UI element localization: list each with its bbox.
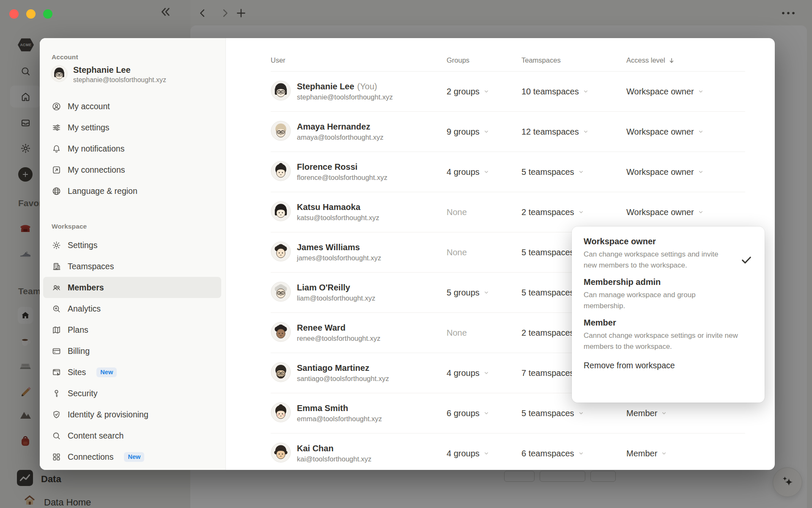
settings-nav-item-content-search[interactable]: Content search [43, 425, 221, 446]
column-header-groups[interactable]: Groups [447, 56, 521, 64]
member-name: Kai Chan [297, 444, 334, 453]
access-option-membership-admin[interactable]: Membership adminCan manage workspace and… [584, 277, 753, 312]
account-user[interactable]: Stephanie Lee stephanie@toolsforthought.… [51, 65, 217, 84]
settings-nav-item-label: Plans [68, 325, 88, 335]
member-row: Florence Rossiflorence@toolsforthought.x… [271, 152, 745, 192]
access-option-description: Cannot change workspace settings or invi… [584, 330, 753, 352]
member-user-cell[interactable]: Renee Wardrenee@toolsforthought.xyz [271, 322, 447, 344]
member-access-level-select[interactable]: Member [626, 449, 745, 458]
member-email: renee@toolsforthought.xyz [297, 334, 380, 342]
settings-nav-item-label: Connections [68, 452, 113, 462]
member-groups-select[interactable]: 9 groups [447, 127, 521, 137]
member-user-cell[interactable]: Katsu Hamaokakatsu@toolsforthought.xyz [271, 201, 447, 223]
map-icon [52, 325, 61, 335]
settings-nav-item-label: Security [68, 389, 97, 398]
member-user-cell[interactable]: Stephanie Lee(You)stephanie@toolsforthou… [271, 80, 447, 102]
member-groups-select[interactable]: 4 groups [447, 167, 521, 177]
member-email: kai@toolsforthought.xyz [297, 455, 371, 463]
access-option-label: Workspace owner [584, 237, 753, 246]
settings-nav-item-my-account[interactable]: My account [43, 96, 221, 117]
settings-nav-item-settings[interactable]: Settings [43, 235, 221, 256]
avatar [271, 80, 291, 102]
settings-nav-item-connections[interactable]: ConnectionsNew [43, 446, 221, 467]
settings-nav-item-billing[interactable]: Billing [43, 340, 221, 362]
member-name: Liam O'Reilly [297, 283, 350, 292]
member-access-level-select[interactable]: Workspace owner [626, 167, 745, 177]
key-icon [52, 389, 61, 398]
member-user-cell[interactable]: Emma Smithemma@toolsforthought.xyz [271, 402, 447, 424]
column-header-access-level[interactable]: Access level [626, 56, 745, 64]
member-user-cell[interactable]: Liam O'Reillyliam@toolsforthought.xyz [271, 282, 447, 304]
member-teamspaces-select[interactable]: 10 teamspaces [521, 87, 626, 97]
member-groups-select[interactable]: 2 groups [447, 87, 521, 97]
settings-nav-item-label: Analytics [68, 304, 101, 314]
settings-nav-item-teamspaces[interactable]: Teamspaces [43, 256, 221, 277]
sliders-icon [52, 123, 61, 133]
settings-nav-item-identity-provisioning[interactable]: Identity & provisioning [43, 404, 221, 425]
member-user-cell[interactable]: Kai Chankai@toolsforthought.xyz [271, 442, 447, 464]
settings-nav-panel: Account Stephanie Lee stephanie@toolsfor… [40, 38, 226, 470]
settings-nav-item-label: Settings [68, 240, 97, 250]
column-header-teamspaces[interactable]: Teamspaces [521, 56, 626, 64]
member-access-level-select[interactable]: Workspace owner [626, 127, 745, 137]
settings-nav-item-my-connections[interactable]: My connections [43, 159, 221, 180]
member-user-cell[interactable]: Santiago Martinezsantiago@toolsforthough… [271, 362, 447, 384]
account-user-name: Stephanie Lee [73, 65, 166, 75]
member-user-cell[interactable]: Amaya Hernandezamaya@toolsforthought.xyz [271, 121, 447, 143]
settings-nav-item-security[interactable]: Security [43, 383, 221, 404]
member-access-level-select[interactable]: Workspace owner [626, 207, 745, 217]
settings-nav-item-my-notifications[interactable]: My notifications [43, 138, 221, 159]
member-groups-select: None [447, 328, 521, 338]
member-user-cell[interactable]: Florence Rossiflorence@toolsforthought.x… [271, 161, 447, 183]
member-name: James Williams [297, 243, 360, 252]
member-name: Emma Smith [297, 403, 348, 413]
member-groups-select[interactable]: 4 groups [447, 368, 521, 378]
column-header-user[interactable]: User [271, 56, 447, 64]
member-access-level-select[interactable]: Workspace owner [626, 87, 745, 97]
member-groups-select[interactable]: 5 groups [447, 288, 521, 298]
member-email: santiago@toolsforthought.xyz [297, 375, 389, 383]
new-badge: New [124, 452, 144, 462]
access-option-description: Can manage workspace and group membershi… [584, 290, 730, 312]
member-name: Stephanie Lee [297, 82, 354, 91]
member-email: emma@toolsforthought.xyz [297, 415, 382, 423]
bell-icon [52, 144, 61, 154]
member-teamspaces-select[interactable]: 5 teamspaces [521, 167, 626, 177]
account-section-heading: Account [52, 53, 225, 61]
selected-check-icon [740, 254, 753, 268]
settings-nav-item-my-settings[interactable]: My settings [43, 117, 221, 138]
member-groups-select[interactable]: 6 groups [447, 409, 521, 418]
member-you-suffix: (You) [357, 82, 377, 91]
zoom-window-button[interactable] [43, 9, 52, 19]
arrow-square-icon [52, 165, 61, 175]
member-groups-select: None [447, 248, 521, 257]
member-access-level-select[interactable]: Member [626, 409, 745, 418]
people-icon [52, 283, 61, 293]
member-teamspaces-select[interactable]: 5 teamspaces [521, 409, 626, 418]
member-groups-select: None [447, 207, 521, 217]
grid-icon [52, 452, 61, 462]
member-name: Katsu Hamaoka [297, 202, 360, 212]
members-table-header: User Groups Teamspaces Access level [271, 38, 745, 72]
minimize-window-button[interactable] [26, 9, 36, 19]
shield-check-icon [52, 410, 61, 420]
member-teamspaces-select[interactable]: 12 teamspaces [521, 127, 626, 137]
settings-nav-item-members[interactable]: Members [43, 277, 221, 298]
remove-from-workspace-option[interactable]: Remove from workspace [584, 361, 753, 370]
settings-nav-item-analytics[interactable]: Analytics [43, 298, 221, 319]
settings-nav-item-plans[interactable]: Plans [43, 319, 221, 340]
member-teamspaces-select[interactable]: 6 teamspaces [521, 449, 626, 458]
settings-nav-item-language-region[interactable]: Language & region [43, 180, 221, 202]
globe-icon [52, 186, 61, 196]
close-window-button[interactable] [9, 9, 19, 19]
member-name: Florence Rossi [297, 162, 357, 171]
member-email: liam@toolsforthought.xyz [297, 294, 376, 302]
avatar [271, 161, 291, 183]
member-user-cell[interactable]: James Williamsjames@toolsforthought.xyz [271, 241, 447, 263]
access-option-workspace-owner[interactable]: Workspace ownerCan change workspace sett… [584, 237, 753, 271]
member-teamspaces-select[interactable]: 2 teamspaces [521, 207, 626, 217]
access-option-member[interactable]: MemberCannot change workspace settings o… [584, 318, 753, 352]
credit-card-icon [52, 346, 61, 356]
settings-nav-item-sites[interactable]: SitesNew [43, 362, 221, 383]
member-groups-select[interactable]: 4 groups [447, 449, 521, 458]
